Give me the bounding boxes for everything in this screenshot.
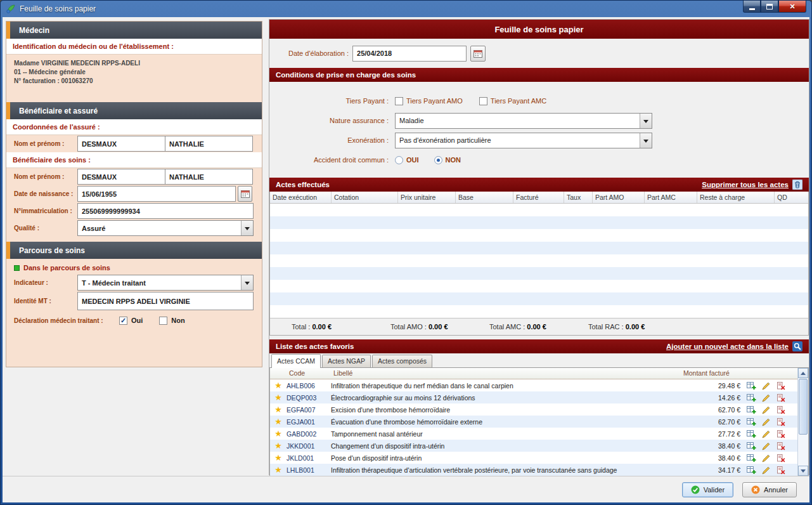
tiers-payant-amo-checkbox[interactable] xyxy=(395,97,403,105)
col-prix-unitaire[interactable]: Prix unitaire xyxy=(398,192,456,203)
favori-row[interactable]: ★ JKKD001 Changement d'un dispositif int… xyxy=(270,440,808,452)
tab-actes-ccam[interactable]: Actes CCAM xyxy=(271,354,321,368)
qualite-dropdown[interactable]: Assuré xyxy=(77,220,254,236)
tiers-payant-amc-checkbox[interactable] xyxy=(479,97,487,105)
beneficiaire-header-label: Bénéficiaire et assuré xyxy=(19,107,98,115)
favorite-star-icon[interactable]: ★ xyxy=(270,393,287,402)
naissance-input[interactable] xyxy=(77,186,236,202)
assure-prenom-input[interactable] xyxy=(165,136,253,152)
minimize-button[interactable] xyxy=(743,1,761,13)
delete-acte-icon[interactable] xyxy=(777,417,785,426)
scrollbar-thumb[interactable] xyxy=(799,379,808,435)
col-part-amc[interactable]: Part AMC xyxy=(645,192,697,203)
col-reste-a-charge[interactable]: Reste à charge xyxy=(697,192,775,203)
favori-libelle: Évacuation d'une thrombose hémorroïdaire… xyxy=(331,418,686,426)
favorite-star-icon[interactable]: ★ xyxy=(270,442,287,450)
declaration-non-checkbox[interactable] xyxy=(159,317,167,325)
ajouter-acte-link[interactable]: Ajouter un nouvel acte dans la liste xyxy=(666,343,789,350)
supprimer-actes-link[interactable]: Supprimer tous les actes xyxy=(702,181,789,188)
delete-acte-icon[interactable] xyxy=(777,466,785,475)
add-acte-icon[interactable] xyxy=(747,417,756,426)
date-elaboration-calendar-button[interactable] xyxy=(470,46,486,62)
accident-non-radio[interactable] xyxy=(434,156,442,164)
add-acte-icon[interactable] xyxy=(747,454,756,462)
app-window: Feuille de soins papier ✕ Médecin Identi… xyxy=(0,0,812,505)
immatriculation-input[interactable] xyxy=(77,203,254,219)
favorite-star-icon[interactable]: ★ xyxy=(270,381,287,390)
naissance-calendar-button[interactable] xyxy=(238,186,252,202)
favorite-star-icon[interactable]: ★ xyxy=(270,405,287,414)
edit-acte-icon[interactable] xyxy=(762,466,771,475)
col-code[interactable]: Code xyxy=(287,368,331,379)
search-icon[interactable] xyxy=(792,341,802,351)
beneficiaire-section-header: Bénéficiaire et assuré xyxy=(6,102,262,119)
trash-icon[interactable] xyxy=(792,180,802,190)
favori-row[interactable]: ★ EGJA001 Évacuation d'une thrombose hém… xyxy=(270,416,808,428)
col-part-amo[interactable]: Part AMO xyxy=(593,192,645,203)
add-acte-icon[interactable] xyxy=(747,466,756,475)
add-acte-icon[interactable] xyxy=(747,381,756,390)
favoris-scrollbar[interactable] xyxy=(797,368,808,476)
favori-row[interactable]: ★ JKLD001 Pose d'un dispositif intra-uté… xyxy=(270,452,808,464)
favori-row[interactable]: ★ LHLB001 Infiltration thérapeutique d'a… xyxy=(270,464,808,476)
favorite-star-icon[interactable]: ★ xyxy=(270,430,287,438)
col-qd[interactable]: QD xyxy=(775,192,808,203)
add-acte-icon[interactable] xyxy=(747,405,756,414)
declaration-oui-checkbox[interactable]: ✓ xyxy=(119,317,127,325)
delete-acte-icon[interactable] xyxy=(777,442,785,450)
date-elaboration-input[interactable] xyxy=(352,46,467,62)
edit-acte-icon[interactable] xyxy=(762,417,771,426)
col-cotation[interactable]: Cotation xyxy=(332,192,398,203)
favorite-star-icon[interactable]: ★ xyxy=(270,454,287,462)
nature-assurance-label: Nature assurance : xyxy=(269,117,389,124)
col-base[interactable]: Base xyxy=(456,192,513,203)
accident-oui-radio[interactable] xyxy=(395,156,403,164)
delete-acte-icon[interactable] xyxy=(777,381,785,390)
benef-prenom-input[interactable] xyxy=(165,169,253,185)
delete-acte-icon[interactable] xyxy=(777,405,785,414)
window-body: Médecin Identification du médecin ou de … xyxy=(3,17,809,502)
delete-acte-icon[interactable] xyxy=(777,393,785,402)
conditions-header: Conditions de prise en charge des soins xyxy=(276,71,416,79)
identite-mt-input[interactable] xyxy=(77,292,254,310)
edit-acte-icon[interactable] xyxy=(762,454,771,462)
exoneration-dropdown[interactable]: Pas d'éxonération particulière xyxy=(395,133,652,148)
assure-nom-label: Nom et prénom : xyxy=(6,140,77,147)
edit-acte-icon[interactable] xyxy=(762,381,771,390)
tab-actes-composes[interactable]: Actes composés xyxy=(372,355,432,367)
indicateur-dropdown[interactable]: T - Médecin traitant xyxy=(77,275,254,291)
annuler-button[interactable]: Annuler xyxy=(742,482,797,497)
nature-assurance-dropdown[interactable]: Maladie xyxy=(395,113,652,129)
edit-acte-icon[interactable] xyxy=(762,442,771,450)
favori-row[interactable]: ★ EGFA007 Excision d'une thrombose hémor… xyxy=(270,403,808,416)
benef-nom-input[interactable] xyxy=(77,169,165,185)
close-button[interactable]: ✕ xyxy=(778,1,806,13)
favori-row[interactable]: ★ DEQP003 Électrocardiographie sur au mo… xyxy=(270,391,808,403)
actes-table: Date exécution Cotation Prix unitaire Ba… xyxy=(269,192,809,336)
delete-acte-icon[interactable] xyxy=(777,430,785,438)
col-montant-facture[interactable]: Montant facturé xyxy=(681,368,797,379)
scroll-down-icon[interactable] xyxy=(798,466,808,476)
col-date-execution[interactable]: Date exécution xyxy=(270,192,332,203)
favori-row[interactable]: ★ GABD002 Tamponnement nasal antérieur 2… xyxy=(270,428,808,440)
favori-actions xyxy=(744,417,797,426)
total-rac-label: Total RAC : xyxy=(588,323,624,331)
col-libelle[interactable]: Libellé xyxy=(331,368,681,379)
assure-nom-input[interactable] xyxy=(77,136,165,152)
maximize-button[interactable] xyxy=(761,1,778,13)
add-acte-icon[interactable] xyxy=(747,442,756,450)
edit-acte-icon[interactable] xyxy=(762,430,771,438)
col-taux[interactable]: Taux xyxy=(564,192,593,203)
favorite-star-icon[interactable]: ★ xyxy=(270,466,287,474)
col-facture[interactable]: Facturé xyxy=(513,192,564,203)
favorite-star-icon[interactable]: ★ xyxy=(270,417,287,426)
scroll-up-icon[interactable] xyxy=(798,368,808,378)
add-acte-icon[interactable] xyxy=(747,430,756,438)
tab-actes-ngap[interactable]: Actes NGAP xyxy=(322,355,371,367)
edit-acte-icon[interactable] xyxy=(762,393,771,402)
edit-acte-icon[interactable] xyxy=(762,405,771,414)
valider-button[interactable]: Valider xyxy=(682,482,733,497)
favori-row[interactable]: ★ AHLB006 Infiltration thérapeutique du … xyxy=(270,379,808,391)
add-acte-icon[interactable] xyxy=(747,393,756,402)
delete-acte-icon[interactable] xyxy=(777,454,785,462)
